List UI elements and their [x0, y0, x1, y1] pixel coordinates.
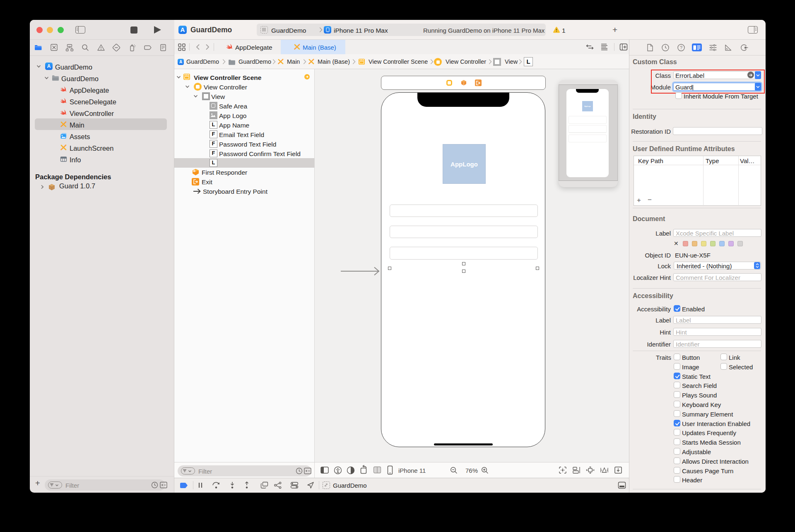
svg-text:?: ?	[680, 45, 682, 50]
svg-text:1: 1	[194, 170, 195, 172]
